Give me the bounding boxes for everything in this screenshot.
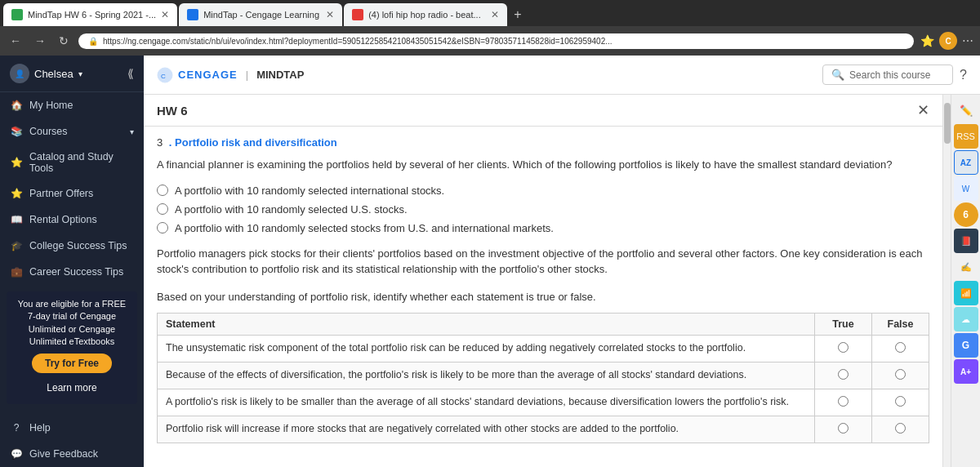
learn-more-link[interactable]: Learn more — [13, 378, 131, 398]
header-help-button[interactable]: ? — [960, 68, 967, 82]
sidebar-item-college-success[interactable]: 🎓 College Success Tips — [0, 233, 144, 259]
refresh-button[interactable]: ↻ — [56, 33, 72, 49]
url-text: https://ng.cengage.com/static/nb/ui/evo/… — [103, 37, 612, 46]
tab-close-1[interactable]: ✕ — [161, 9, 169, 20]
scroll-thumb[interactable] — [944, 103, 951, 144]
sidebar-item-courses[interactable]: 📚 Courses ▾ — [0, 118, 144, 145]
false-radio-2[interactable] — [895, 396, 906, 407]
sidebar-item-career-success[interactable]: 💼 Career Success Tips — [0, 259, 144, 285]
profile-button[interactable]: C — [939, 32, 957, 50]
forward-button[interactable]: → — [31, 33, 49, 49]
radio-option-3[interactable] — [157, 222, 168, 234]
cengage-logo-icon: C — [157, 67, 173, 83]
college-icon: 🎓 — [10, 239, 23, 252]
statement-cell-2: A portfolio's risk is likely to be small… — [158, 389, 815, 416]
tab-favicon-2 — [187, 9, 198, 20]
false-radio-cell-3[interactable] — [872, 416, 929, 443]
false-radio-0[interactable] — [895, 342, 906, 353]
url-box[interactable]: 🔒 https://ng.cengage.com/static/nb/ui/ev… — [78, 33, 914, 49]
content-scroll: 3 . Portfolio risk and diversification A… — [144, 127, 942, 453]
true-radio-0[interactable] — [838, 342, 849, 353]
true-radio-cell-3[interactable] — [815, 416, 872, 443]
menu-button[interactable]: ⋯ — [962, 34, 973, 47]
sidebar-label-help: Help — [29, 422, 51, 434]
tab-favicon-3 — [352, 9, 363, 20]
close-hw-button[interactable]: ✕ — [917, 101, 929, 119]
accessibility-tool-button[interactable]: A+ — [954, 359, 978, 384]
main-area: C CENGAGE | MINDTAP 🔍 Search this course… — [144, 56, 980, 467]
explanation-p2: Based on your understanding of portfolio… — [157, 289, 929, 305]
search-box[interactable]: 🔍 Search this course — [822, 64, 953, 85]
false-radio-cell-1[interactable] — [872, 362, 929, 389]
hw-header: HW 6 ✕ — [144, 95, 942, 127]
false-radio-cell-0[interactable] — [872, 336, 929, 362]
new-tab-button[interactable]: + — [509, 7, 526, 22]
false-radio-1[interactable] — [895, 369, 906, 380]
home-icon: 🏠 — [10, 99, 23, 112]
true-radio-3[interactable] — [838, 423, 849, 434]
right-toolbar: ✏️ RSS AZ W 6 📕 ✍ 📶 ☁ G A+ — [951, 95, 980, 467]
true-radio-1[interactable] — [838, 369, 849, 380]
sidebar-item-rental-options[interactable]: 📖 Rental Options — [0, 207, 144, 233]
google-tool-button[interactable]: G — [954, 333, 978, 358]
lock-icon: 🔒 — [88, 37, 98, 46]
logo-mindtap: MINDTAP — [256, 69, 304, 81]
logo-divider: | — [246, 69, 248, 81]
true-radio-cell-0[interactable] — [815, 336, 872, 362]
wifi-tool-button[interactable]: 📶 — [954, 281, 978, 305]
scroll-track — [942, 95, 951, 467]
sidebar: 👤 Chelsea ▾ ⟪ 🏠 My Home 📚 Courses ▾ ⭐ Ca… — [0, 56, 144, 467]
radio-option-2[interactable] — [157, 203, 168, 215]
tab-bar: MindTap HW 6 - Spring 2021 -... ✕ MindTa… — [0, 0, 980, 26]
false-radio-cell-2[interactable] — [872, 389, 929, 416]
tab-close-3[interactable]: ✕ — [491, 9, 499, 20]
partner-icon: ⭐ — [10, 187, 23, 200]
app-container: 👤 Chelsea ▾ ⟪ 🏠 My Home 📚 Courses ▾ ⭐ Ca… — [0, 56, 980, 467]
cengage6-tool-button[interactable]: 6 — [954, 202, 978, 227]
true-radio-2[interactable] — [838, 396, 849, 407]
sidebar-item-help[interactable]: ? Help — [0, 415, 144, 441]
sidebar-label-partner: Partner Offers — [29, 188, 93, 199]
sidebar-promo: You are eligible for a FREE 7-day trial … — [7, 291, 137, 404]
sidebar-item-catalog[interactable]: ⭐ Catalog and Study Tools — [0, 145, 144, 180]
tab-lofi[interactable]: (4) lofi hip hop radio - beat... ✕ — [344, 3, 507, 26]
col-header-true: True — [815, 314, 872, 336]
sidebar-item-my-home[interactable]: 🏠 My Home — [0, 92, 144, 118]
extensions-button[interactable]: ⭐ — [920, 34, 934, 47]
sidebar-item-feedback[interactable]: 💬 Give Feedback — [0, 441, 144, 467]
true-radio-cell-2[interactable] — [815, 389, 872, 416]
col-header-statement: Statement — [158, 314, 815, 336]
try-free-button[interactable]: Try for Free — [32, 354, 112, 373]
tab-close-2[interactable]: ✕ — [326, 9, 334, 20]
table-row: Because of the effects of diversificatio… — [158, 362, 929, 389]
hw-title: HW 6 — [157, 104, 188, 118]
radio-option-1[interactable] — [157, 185, 168, 196]
sidebar-label-catalog: Catalog and Study Tools — [29, 151, 134, 174]
true-radio-cell-1[interactable] — [815, 362, 872, 389]
book-tool-button[interactable]: 📕 — [954, 229, 978, 253]
false-radio-3[interactable] — [895, 423, 906, 434]
edit-tool-button[interactable]: ✍ — [954, 255, 978, 279]
tab-title-1: MindTap HW 6 - Spring 2021 -... — [28, 10, 156, 20]
tab-mindtap-hw6[interactable]: MindTap HW 6 - Spring 2021 -... ✕ — [3, 3, 177, 26]
sidebar-bottom: ? Help 💬 Give Feedback — [0, 415, 144, 467]
option-2: A portfolio with 10 randomly selected U.… — [157, 203, 929, 216]
sidebar-item-partner-offers[interactable]: ⭐ Partner Offers — [0, 180, 144, 207]
pencil-tool-button[interactable]: ✏️ — [954, 98, 978, 122]
logo-cengage: CENGAGE — [178, 69, 238, 81]
tab-mindtap-cengage[interactable]: MindTap - Cengage Learning ✕ — [179, 3, 342, 26]
az-tool-button[interactable]: AZ — [954, 150, 978, 175]
sidebar-label-feedback: Give Feedback — [29, 448, 98, 460]
question-heading-text: Portfolio risk and diversification — [175, 136, 337, 149]
office-tool-button[interactable]: W — [954, 176, 978, 201]
sidebar-user[interactable]: 👤 Chelsea ▾ — [10, 64, 82, 83]
rss-tool-button[interactable]: RSS — [954, 124, 978, 149]
courses-icon: 📚 — [10, 125, 23, 138]
back-button[interactable]: ← — [7, 33, 24, 49]
sidebar-label-college: College Success Tips — [29, 240, 127, 251]
top-header: C CENGAGE | MINDTAP 🔍 Search this course… — [144, 56, 980, 95]
sidebar-header: 👤 Chelsea ▾ ⟪ — [0, 56, 144, 92]
cloud-tool-button[interactable]: ☁ — [954, 307, 978, 331]
sidebar-collapse-button[interactable]: ⟪ — [127, 67, 134, 80]
option-1-label: A portfolio with 10 randomly selected in… — [175, 185, 444, 197]
